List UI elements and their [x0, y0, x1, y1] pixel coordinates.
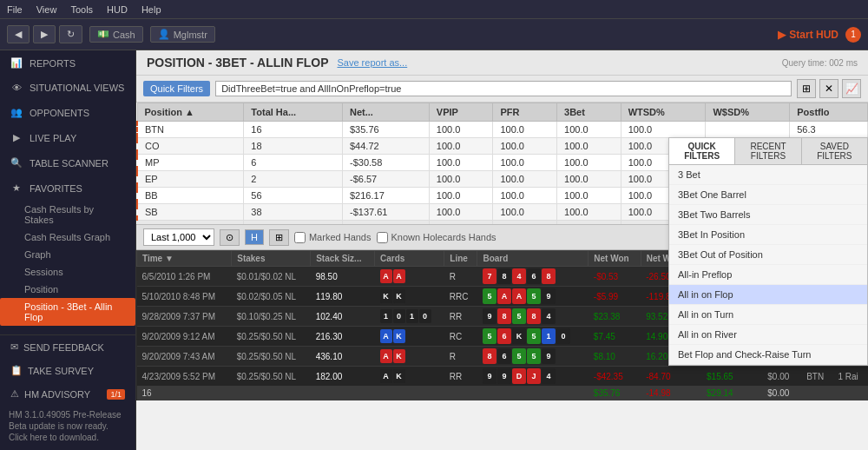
- hm-advisory-button[interactable]: ⚠ HM ADVISORY 1/1: [0, 382, 135, 406]
- marked-hands-checkbox[interactable]: [294, 232, 306, 243]
- menu-hud[interactable]: HUD: [107, 4, 128, 15]
- filter-chart-button[interactable]: 📈: [842, 79, 861, 98]
- hh-col-stakes[interactable]: Stakes: [232, 251, 311, 267]
- sidebar-sub-cashbystakes[interactable]: Cash Results by Stakes: [0, 201, 135, 228]
- table-row[interactable]: BTN 16 $35.76 100.0 100.0 100.0 100.0 56…: [137, 122, 868, 138]
- menu-file[interactable]: File: [7, 4, 23, 15]
- hh-col-line[interactable]: Line: [444, 251, 477, 267]
- liveplay-icon: ▶: [10, 132, 23, 143]
- qf-item[interactable]: All in on Turn: [669, 305, 867, 325]
- hh-time: 9/28/2009 7:37 PM: [137, 307, 232, 327]
- start-hud-button[interactable]: ▶ Start HUD: [778, 29, 838, 41]
- hh-row[interactable]: 4/23/2009 5:52 PM $0.25/$0.50 NL 182.00 …: [137, 367, 868, 387]
- sidebar-item-liveplay[interactable]: ▶ LIVE PLAY: [0, 125, 135, 150]
- hh-footer-icm: $0.00: [762, 387, 801, 400]
- last-hands-select[interactable]: Last 1,000: [143, 228, 214, 246]
- hh-stack: 182.00: [311, 367, 375, 387]
- sidebar-sub-position-3bet[interactable]: Position - 3Bet - Allin Flop: [0, 298, 135, 326]
- sidebar-sub-position[interactable]: Position: [0, 281, 135, 298]
- hh-footer-empty3: [375, 387, 444, 400]
- col-wtsd[interactable]: WTSD%: [621, 103, 706, 122]
- known-holecards-checkbox-label[interactable]: Known Holecards Hands: [377, 232, 496, 243]
- forward-button[interactable]: ▶: [33, 25, 56, 43]
- card: 1: [406, 309, 418, 323]
- hh-calendar-button[interactable]: ⊞: [269, 229, 289, 246]
- filter-input[interactable]: [215, 81, 792, 96]
- send-feedback-button[interactable]: ✉ SEND FEEDBACK: [0, 335, 135, 359]
- filter-grid-button[interactable]: ⊞: [797, 79, 816, 98]
- cell-wtsd: 100.0: [621, 122, 706, 138]
- col-postflo[interactable]: Postflo: [790, 103, 868, 122]
- refresh-button[interactable]: ↻: [59, 25, 82, 43]
- take-survey-button[interactable]: 📋 TAKE SURVEY: [0, 359, 135, 382]
- hh-col-time[interactable]: Time ▼: [137, 251, 232, 267]
- hh-time: 9/20/2009 9:12 AM: [137, 327, 232, 347]
- hud-badge[interactable]: 1: [845, 27, 861, 43]
- menu-help[interactable]: Help: [141, 4, 161, 15]
- qf-item[interactable]: All in on Flop: [669, 285, 867, 305]
- board-cards: 78468: [483, 268, 583, 284]
- sidebar: 📊 REPORTS 👁 SITUATIONAL VIEWS 👥 OPPONENT…: [0, 50, 136, 450]
- col-position[interactable]: Position ▲: [137, 103, 244, 122]
- qf-tab-recent[interactable]: RECENT FILTERS: [735, 138, 801, 164]
- hh-col-netwon[interactable]: Net Won: [589, 251, 641, 267]
- sidebar-sub-graph[interactable]: Graph: [0, 246, 135, 263]
- sidebar-item-favorites[interactable]: ★ FAVORITES: [0, 175, 135, 201]
- filter-clear-button[interactable]: ✕: [819, 79, 838, 98]
- qf-item[interactable]: 3Bet Two Barrels: [669, 205, 867, 225]
- board-cards: 86559: [483, 348, 583, 364]
- hh-cards: AA: [375, 267, 444, 287]
- qf-item[interactable]: Bet Flop and Check-Raise Turn: [669, 345, 867, 365]
- menu-tools[interactable]: Tools: [70, 4, 93, 15]
- col-total-hands[interactable]: Total Ha...: [244, 103, 343, 122]
- cash-tag[interactable]: 💵 Cash: [89, 26, 143, 43]
- cell-threebet: 100.0: [557, 138, 621, 155]
- menu-view[interactable]: View: [36, 4, 57, 15]
- qf-item[interactable]: 3Bet Out of Position: [669, 245, 867, 265]
- qf-item[interactable]: 3Bet In Position: [669, 225, 867, 245]
- hh-netwon: $23.38: [589, 307, 641, 327]
- hh-footer-empty6: [801, 387, 832, 400]
- hh-view-toggle[interactable]: ⊙: [220, 229, 240, 246]
- qf-item[interactable]: All in on River: [669, 325, 867, 345]
- qf-item[interactable]: 3Bet One Barrel: [669, 185, 867, 205]
- cell-position: MP: [137, 155, 244, 171]
- sidebar-item-reports[interactable]: 📊 REPORTS: [0, 50, 135, 76]
- marked-hands-checkbox-label[interactable]: Marked Hands: [294, 232, 372, 243]
- sidebar-item-opponents[interactable]: 👥 OPPONENTS: [0, 100, 135, 125]
- col-net[interactable]: Net...: [342, 103, 429, 122]
- quick-filters-button[interactable]: Quick Filters: [143, 81, 210, 96]
- qf-item[interactable]: All-in Preflop: [669, 265, 867, 285]
- board-card: 8: [483, 348, 496, 364]
- hh-stack: 98.50: [311, 267, 375, 287]
- user-icon: 👤: [158, 29, 170, 40]
- sidebar-sub-cashgraph[interactable]: Cash Results Graph: [0, 228, 135, 246]
- board-card: 9: [497, 368, 511, 384]
- hh-col-board[interactable]: Board: [477, 251, 589, 267]
- sidebar-sub-sessions[interactable]: Sessions: [0, 263, 135, 281]
- save-report-link[interactable]: Save report as...: [337, 57, 407, 68]
- col-vpip[interactable]: VPIP: [429, 103, 493, 122]
- cell-pfr: 100.0: [493, 122, 557, 138]
- hh-graph-button[interactable]: H: [245, 229, 264, 245]
- hh-time: 9/20/2009 7:43 AM: [137, 347, 232, 367]
- cell-net: $216.17: [342, 188, 429, 204]
- board-card: 7: [483, 268, 496, 284]
- qf-item[interactable]: 3 Bet: [669, 165, 867, 185]
- col-threebet[interactable]: 3Bet: [557, 103, 621, 122]
- back-button[interactable]: ◀: [7, 25, 30, 43]
- hh-col-stack[interactable]: Stack Siz...: [311, 251, 375, 267]
- hh-col-cards[interactable]: Cards: [375, 251, 444, 267]
- sidebar-label-opponents: OPPONENTS: [30, 108, 89, 118]
- qf-tab-quick[interactable]: QUICK FILTERS: [669, 138, 735, 164]
- qf-tab-saved[interactable]: SAVED FILTERS: [802, 138, 867, 164]
- hh-board: 98584: [477, 307, 589, 327]
- cell-position: CO: [137, 138, 244, 155]
- sidebar-item-situational[interactable]: 👁 SITUATIONAL VIEWS: [0, 76, 135, 100]
- col-wssd[interactable]: W$SD%: [706, 103, 790, 122]
- cell-postflo: 56.3: [790, 122, 868, 138]
- sidebar-item-tablescanner[interactable]: 🔍 TABLE SCANNER: [0, 150, 135, 175]
- hh-pos: BTN: [801, 367, 832, 387]
- known-holecards-checkbox[interactable]: [377, 232, 388, 243]
- col-pfr[interactable]: PFR: [493, 103, 557, 122]
